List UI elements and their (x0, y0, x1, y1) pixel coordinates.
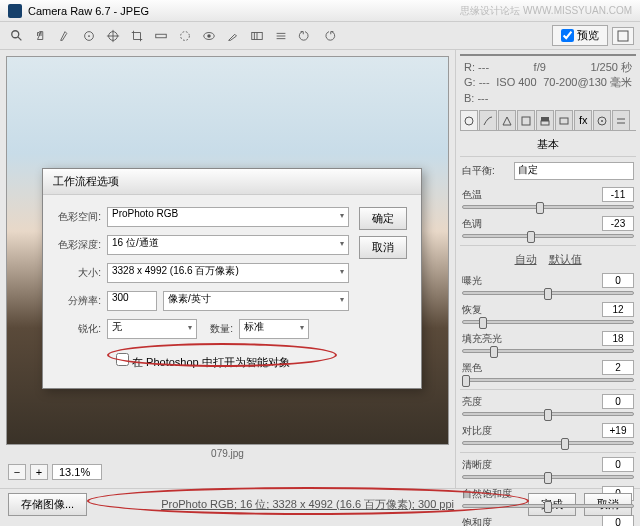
rotate-cw-icon[interactable] (318, 25, 340, 47)
dialog-cancel-button[interactable]: 取消 (359, 236, 407, 259)
workflow-link[interactable]: ProPhoto RGB; 16 位; 3328 x 4992 (16.6 百万… (95, 497, 520, 512)
zoom-tool-icon[interactable] (6, 25, 28, 47)
hand-tool-icon[interactable] (30, 25, 52, 47)
toolbar: 预览 (0, 22, 640, 50)
svg-point-10 (207, 34, 211, 38)
svg-point-18 (465, 117, 473, 125)
svg-rect-20 (541, 117, 549, 121)
slider-recovery[interactable]: 恢复12 (460, 300, 636, 329)
slider-bright-value[interactable]: 0 (602, 394, 634, 409)
rotate-ccw-icon[interactable] (294, 25, 316, 47)
depth-select[interactable]: 16 位/通道 (107, 235, 349, 255)
slider-exposure[interactable]: 曝光0 (460, 271, 636, 300)
sharpen-select[interactable]: 无 (107, 319, 197, 339)
slider-temp-value[interactable]: -11 (602, 187, 634, 202)
wb-select[interactable]: 自定 (514, 162, 634, 180)
title-bar: Camera Raw 6.7 - JPEG 思缘设计论坛 WWW.MISSYUA… (0, 0, 640, 22)
redeye-icon[interactable] (198, 25, 220, 47)
workflow-dialog: 工作流程选项 色彩空间:ProPhoto RGB 色彩深度:16 位/通道 大小… (42, 168, 422, 389)
tab-lens-icon[interactable] (555, 110, 573, 130)
tab-detail-icon[interactable] (498, 110, 516, 130)
resolution-input[interactable]: 300 (107, 291, 157, 311)
svg-line-1 (18, 36, 22, 40)
exif-info: R: ---f/91/250 秒 G: ---ISO 40070-200@130… (460, 58, 636, 108)
tab-split-icon[interactable] (536, 110, 554, 130)
tab-fx-icon[interactable]: fx (574, 110, 592, 130)
svg-text:fx: fx (579, 115, 588, 126)
svg-rect-21 (541, 121, 549, 125)
color-sampler-icon[interactable] (78, 25, 100, 47)
slider-black[interactable]: 黑色2 (460, 358, 636, 387)
slider-contrast[interactable]: 对比度+19 (460, 421, 636, 450)
save-image-button[interactable]: 存储图像... (8, 493, 87, 516)
default-link[interactable]: 默认值 (549, 252, 582, 267)
slider-black-value[interactable]: 2 (602, 360, 634, 375)
slider-contrast-value[interactable]: +19 (602, 423, 634, 438)
slider-exposure-value[interactable]: 0 (602, 273, 634, 288)
res-unit-select[interactable]: 像素/英寸 (163, 291, 349, 311)
colorspace-select[interactable]: ProPhoto RGB (107, 207, 349, 227)
open-smart-checkbox[interactable] (116, 353, 129, 366)
target-adjust-icon[interactable] (102, 25, 124, 47)
window-title: Camera Raw 6.7 - JPEG (28, 5, 149, 17)
svg-point-8 (181, 31, 190, 40)
slider-recovery-value[interactable]: 12 (602, 302, 634, 317)
svg-rect-19 (522, 117, 530, 125)
slider-tint-value[interactable]: -23 (602, 216, 634, 231)
slider-clarity[interactable]: 清晰度0 (460, 455, 636, 484)
tab-calib-icon[interactable] (593, 110, 611, 130)
prefs-icon[interactable] (270, 25, 292, 47)
dialog-ok-button[interactable]: 确定 (359, 207, 407, 230)
watermark-top: 思缘设计论坛 WWW.MISSYUAN.COM (460, 4, 632, 18)
tab-preset-icon[interactable] (612, 110, 630, 130)
svg-point-0 (12, 30, 19, 37)
histogram[interactable]: ◤ ◥ (460, 54, 636, 56)
slider-clarity-value[interactable]: 0 (602, 457, 634, 472)
amount-select[interactable]: 标准 (239, 319, 309, 339)
slider-tint[interactable]: 色调-23 (460, 214, 636, 243)
app-icon (8, 4, 22, 18)
crop-tool-icon[interactable] (126, 25, 148, 47)
wb-tool-icon[interactable] (54, 25, 76, 47)
gradient-icon[interactable] (246, 25, 268, 47)
panel-title: 基本 (460, 133, 636, 157)
tab-basic-icon[interactable] (460, 110, 478, 130)
svg-rect-7 (156, 34, 167, 38)
zoom-value[interactable]: 13.1% (52, 464, 102, 480)
wb-label: 白平衡: (462, 164, 510, 178)
fullscreen-icon[interactable] (612, 27, 634, 45)
preview-toggle[interactable]: 预览 (552, 25, 608, 46)
auto-link[interactable]: 自动 (515, 252, 537, 267)
adjustment-brush-icon[interactable] (222, 25, 244, 47)
slider-bright[interactable]: 亮度0 (460, 392, 636, 421)
size-select[interactable]: 3328 x 4992 (16.6 百万像素) (107, 263, 349, 283)
open-smart-row[interactable]: 在 Photoshop 中打开为智能对象 (57, 347, 349, 376)
zoom-in-button[interactable]: + (30, 464, 48, 480)
svg-point-25 (601, 120, 603, 122)
svg-rect-22 (560, 118, 568, 124)
tab-hsl-icon[interactable] (517, 110, 535, 130)
dialog-title: 工作流程选项 (43, 169, 421, 195)
straighten-icon[interactable] (150, 25, 172, 47)
tab-curve-icon[interactable] (479, 110, 497, 130)
slider-temp[interactable]: 色温-11 (460, 185, 636, 214)
svg-rect-17 (618, 31, 628, 41)
slider-fill[interactable]: 填充亮光18 (460, 329, 636, 358)
zoom-out-button[interactable]: − (8, 464, 26, 480)
filename: 079.jpg (6, 445, 449, 462)
slider-saturation-value[interactable]: 0 (602, 515, 634, 526)
slider-fill-value[interactable]: 18 (602, 331, 634, 346)
panel-tabs: fx (460, 110, 636, 131)
svg-point-3 (88, 35, 90, 37)
side-panel: ◤ ◥ R: ---f/91/250 秒 G: ---ISO 40070-200… (455, 50, 640, 488)
spot-removal-icon[interactable] (174, 25, 196, 47)
